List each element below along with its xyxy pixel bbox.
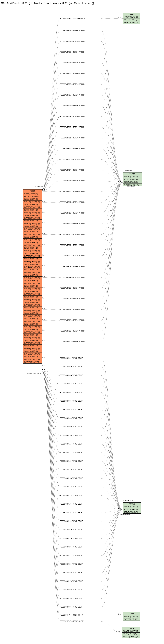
edge-label: 0..N bbox=[42, 329, 45, 331]
edge-label: P0028-WTF07 = T578X-WTFLD bbox=[60, 94, 85, 96]
edge-label: 0..N bbox=[118, 631, 120, 632]
table-title: T578X bbox=[123, 172, 142, 175]
table-row: MANDT [CLNT (3)] bbox=[123, 506, 141, 508]
edge-label: 0..N bbox=[42, 222, 45, 224]
table-row: PREAS [CHAR (2)] bbox=[123, 21, 140, 24]
table-row: PREAS [CHAR (2)] bbox=[23, 195, 42, 198]
edge-label: 0..N bbox=[42, 365, 45, 367]
table-row: WTF16 [CHAR (10)] bbox=[23, 282, 42, 285]
table-row: WTF03 [CHAR (10)] bbox=[23, 212, 42, 214]
edge-label: P0028-WTF16 = T578X-WTFLD bbox=[60, 190, 85, 192]
edge-label: P0028-INFTY = T582A-INFTY bbox=[60, 614, 83, 616]
table-row: SBJ09 [CHAR (2)] bbox=[23, 241, 42, 244]
edge-label: P0028-SBJ17 = T578Z-SBJKT bbox=[60, 494, 83, 496]
edge-label: P0028-SBJ05 = T578Z-SBJKT bbox=[60, 392, 83, 394]
edge-label: 0..N bbox=[130, 170, 132, 171]
edge-label: P0028-WTF02 = T578X-WTFLD bbox=[60, 40, 85, 42]
edge-label: P0028-WTF10 = T578X-WTFLD bbox=[60, 126, 85, 128]
edge-label: P0028-WTF13 = T578X-WTFLD bbox=[60, 158, 85, 160]
edge-label: P0028-WTF26 = T578X-WTFLD bbox=[60, 298, 85, 300]
edge-label: P0028-SBJ23 = T578Z-SBJKT bbox=[60, 546, 83, 548]
table-row: WTF21 [CHAR (10)] bbox=[23, 309, 42, 312]
table-row: WTF26 [CHAR (10)] bbox=[23, 336, 42, 339]
table-row: SBJ05 [CHAR (2)] bbox=[23, 220, 42, 222]
edge-label: 0..N bbox=[128, 514, 130, 516]
edge-label: P0028-SBJ07 = T578Z-SBJKT bbox=[60, 408, 83, 410]
edge-label: P0028-SBJ27 = T578Z-SBJKT bbox=[60, 580, 83, 582]
edge-label: 0..N bbox=[42, 244, 45, 245]
table-row: WTF19 [CHAR (10)] bbox=[23, 298, 42, 301]
edge-label: 0..N bbox=[27, 373, 30, 374]
table-row: SBJ24 [CHAR (2)] bbox=[23, 323, 42, 326]
table-row: SBJKT [CHAR (2)] bbox=[123, 181, 142, 184]
edge-label: P0028-SBJ19 = T578Z-SBJKT bbox=[60, 512, 83, 514]
edge-label: 0..N bbox=[42, 233, 45, 234]
edge-label: P0028-SBJ25 = T578Z-SBJKT bbox=[60, 563, 83, 565]
table-row: SBJ13 [CHAR (2)] bbox=[23, 263, 42, 266]
edge-label: 0..N bbox=[42, 212, 45, 213]
edge-label: P0028-SBJ09 = T578Z-SBJKT bbox=[60, 426, 83, 428]
table-row: SBJ07 [CHAR (2)] bbox=[23, 230, 42, 233]
table-row: SUBTY [CHAR (4)] bbox=[123, 178, 142, 181]
edge-label: 0..N bbox=[118, 181, 121, 182]
table-row: WTF22 [CHAR (10)] bbox=[23, 315, 42, 317]
table-row: SBJ01 [CHAR (2)] bbox=[23, 198, 42, 200]
table-row: WTF02 [CHAR (10)] bbox=[23, 206, 42, 209]
table-title: T582A bbox=[123, 612, 140, 615]
table-row: WTF01 [CHAR (10)] bbox=[23, 200, 42, 203]
edge-label: P0028-SBJ28 = T578Z-SBJKT bbox=[60, 589, 83, 591]
edge-label: P0028-WTF15 = T578X-WTFLD bbox=[60, 180, 85, 182]
table-row: WTF15 [CHAR (10)] bbox=[23, 276, 42, 279]
table-row: MANDT [CLNT (3)] bbox=[122, 630, 140, 632]
edge-label: P0028-WTF27 = T578X-WTFLD bbox=[60, 308, 85, 310]
table-row: SBJ06 [CHAR (2)] bbox=[23, 225, 42, 228]
edge-label: 0..N bbox=[42, 308, 45, 310]
table-row: SBJ30 [CHAR (2)] bbox=[23, 356, 42, 358]
edge-label: 0..N bbox=[42, 356, 45, 358]
edge-label: P0028-WTF24 = T578X-WTFLD bbox=[60, 276, 85, 278]
edge-label: P0028-SBJ06 = T578Z-SBJKT bbox=[60, 400, 83, 402]
edge-label: P0028-SBJ18 = T578Z-SBJKT bbox=[60, 503, 83, 505]
edge-label: P0028-WTF05 = T578X-WTFLD bbox=[60, 72, 85, 74]
table-row: WTF17 [CHAR (10)] bbox=[23, 288, 42, 290]
edge-label: P0028-WTF09 = T578X-WTFLD bbox=[60, 116, 85, 118]
table-row: SUBTY [CHAR (4)] bbox=[123, 508, 141, 511]
table-row: WTF14 [CHAR (10)] bbox=[23, 271, 42, 274]
table-row: WTF23 [CHAR (10)] bbox=[23, 320, 42, 323]
edge-label: P0028-EXTYP = T591A-SUBTY bbox=[60, 620, 84, 622]
edge-label: P0028-WTF29 = T578X-WTFLD bbox=[60, 330, 85, 332]
table-row: SBJ15 [CHAR (2)] bbox=[23, 274, 42, 276]
table-row: WTF13 [CHAR (10)] bbox=[23, 266, 42, 268]
table-row: WTF07 [CHAR (10)] bbox=[23, 233, 42, 236]
edge-label: P0028-WTF04 = T578X-WTFLD bbox=[60, 62, 85, 64]
edge-label: P0028-SBJ01 = T578Z-SBJKT bbox=[60, 357, 83, 359]
table-row: INFTY [CHAR (4)] bbox=[122, 632, 140, 635]
edge-label: 0..N bbox=[42, 369, 45, 370]
table-row: SBJ21 [CHAR (2)] bbox=[23, 306, 42, 309]
table-row: WTF12 [CHAR (10)] bbox=[23, 260, 42, 263]
edge-label: P0028-SBJ22 = T578Z-SBJKT bbox=[60, 537, 83, 539]
edge-label: P0028-WTF22 = T578X-WTFLD bbox=[60, 255, 85, 257]
table-row: SBJ19 [CHAR (2)] bbox=[23, 296, 42, 298]
table-row: SBJ03 [CHAR (2)] bbox=[23, 209, 42, 212]
table-row: WTF18 [CHAR (10)] bbox=[23, 293, 42, 296]
edge-label: 0..N bbox=[42, 201, 45, 202]
table-row: SBJ27 [CHAR (2)] bbox=[23, 339, 42, 342]
table-row: SBJ23 [CHAR (2)] bbox=[23, 317, 42, 320]
edge-label: 0..N bbox=[42, 286, 45, 288]
edge-label: P0028-SBJ11 = T578Z-SBJKT bbox=[60, 443, 83, 445]
table-row: WTF24 [CHAR (10)] bbox=[23, 326, 42, 328]
table-row: WTF29 [CHAR (10)] bbox=[23, 353, 42, 356]
table-row: MANDT [CLNT (3)] bbox=[123, 175, 142, 178]
table-row: WTF11 [CHAR (10)] bbox=[23, 255, 42, 258]
edge-label: 0..N bbox=[40, 186, 43, 187]
table-row: SBJ16 [CHAR (2)] bbox=[23, 279, 42, 282]
edge-label: P0028-SBJ03 = T578Z-SBJKT bbox=[60, 374, 83, 376]
edge-label: P0028-WTF20 = T578X-WTFLD bbox=[60, 234, 85, 236]
edge-label: P0028-SBJ30 = T578Z-SBJKT bbox=[60, 606, 83, 608]
edge-label: P0028-SBJ02 = T578Z-SBJKT bbox=[60, 366, 83, 368]
table-row: INFTY [CHAR (4)] bbox=[123, 18, 140, 21]
table-row: SBJ17 [CHAR (2)] bbox=[23, 285, 42, 288]
edge-label: P0028-SBJ24 = T578Z-SBJKT bbox=[60, 554, 83, 556]
edge-label: P0028-WTF14 = T578X-WTFLD bbox=[60, 169, 85, 171]
